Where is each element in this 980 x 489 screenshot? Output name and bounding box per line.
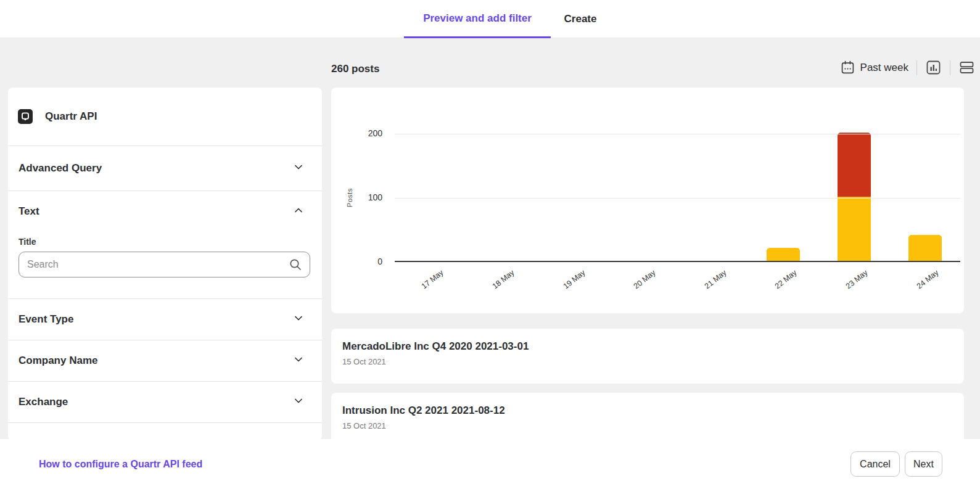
help-link[interactable]: How to configure a Quartr API feed [39, 459, 202, 470]
sidebar-section-country[interactable]: Country [8, 423, 322, 439]
bar-stack [767, 248, 800, 261]
chart-column[interactable]: 18 May [466, 134, 537, 261]
x-axis-tick-label: 17 May [420, 268, 445, 290]
post-list-item[interactable]: Intrusion Inc Q2 2021 2021-08-12 15 Oct … [331, 393, 964, 439]
post-date: 15 Oct 2021 [342, 421, 949, 430]
x-axis-tick-label: 22 May [773, 268, 799, 290]
date-range-label: Past week [860, 62, 908, 74]
x-axis-tick-label: 23 May [844, 268, 870, 290]
chart-view-button[interactable] [925, 59, 942, 76]
y-axis-tick-label: 100 [355, 192, 382, 202]
x-axis-tick-label: 21 May [703, 268, 728, 290]
chevron-down-icon [294, 313, 303, 326]
chart-columns: 17 May18 May19 May20 May21 May22 May23 M… [395, 134, 960, 261]
chevron-up-icon [294, 205, 303, 218]
text-section-body: Title [8, 232, 322, 299]
sidebar-section-exchange[interactable]: Exchange [8, 382, 322, 423]
tab-create[interactable]: Create [551, 0, 610, 38]
divider [950, 60, 950, 75]
quartr-logo-icon [18, 109, 33, 124]
post-list-item[interactable]: MercadoLibre Inc Q4 2020 2021-03-01 15 O… [331, 329, 964, 384]
feed-source-header: Quartr API [8, 88, 322, 146]
y-axis-tick-label: 0 [355, 257, 382, 266]
gridline [395, 134, 960, 134]
post-title: MercadoLibre Inc Q4 2020 2021-03-01 [342, 340, 949, 353]
bar-segment-posts-yellow[interactable] [908, 235, 942, 261]
chart-column[interactable]: 22 May [748, 134, 819, 261]
tab-preview-and-add-filter[interactable]: Preview and add filter [404, 0, 551, 38]
sidebar-section-event-type[interactable]: Event Type [8, 299, 322, 340]
post-title: Intrusion Inc Q2 2021 2021-08-12 [342, 405, 949, 417]
bar-stack [838, 133, 871, 261]
page: Preview and add filter Create 260 posts … [0, 0, 980, 489]
cancel-button[interactable]: Cancel [850, 451, 900, 477]
y-axis-tick-label: 200 [355, 128, 382, 138]
sidebar-section-company-name[interactable]: Company Name [8, 340, 322, 382]
next-button[interactable]: Next [905, 451, 942, 477]
title-search-input[interactable] [19, 252, 310, 277]
feed-source-title: Quartr API [45, 110, 97, 123]
sidebar-section-text[interactable]: Text [8, 191, 322, 232]
date-range-button[interactable]: Past week [841, 60, 908, 75]
chevron-down-icon [294, 355, 303, 367]
content-area: 260 posts Past week [0, 38, 980, 439]
chart-column[interactable]: 17 May [395, 134, 466, 261]
bar-segment-posts-yellow[interactable] [767, 248, 800, 261]
gridline [395, 198, 960, 199]
list-view-button[interactable] [958, 59, 975, 76]
chevron-down-icon [294, 396, 303, 408]
x-axis-tick-label: 18 May [491, 268, 516, 290]
posts-count: 260 posts [331, 63, 379, 75]
chart-plot-area: 17 May18 May19 May20 May21 May22 May23 M… [395, 134, 960, 262]
search-icon [289, 258, 302, 274]
title-field-label: Title [19, 237, 310, 247]
chart-column[interactable]: 21 May [678, 134, 749, 261]
toolbar: Past week [841, 59, 975, 76]
sidebar-section-advanced-query[interactable]: Advanced Query [8, 146, 322, 191]
bar-stack [908, 235, 942, 261]
chart-column[interactable]: 20 May [607, 134, 678, 261]
posts-chart-card: Posts 17 May18 May19 May20 May21 May22 M… [331, 88, 964, 313]
filter-sidebar: Quartr API Advanced Query Text Title [8, 88, 322, 439]
x-axis-tick-label: 19 May [561, 268, 587, 290]
footer: How to configure a Quartr API feed Cance… [0, 439, 980, 489]
x-axis-tick-label: 20 May [632, 268, 657, 290]
bar-segment-posts-yellow[interactable] [838, 197, 871, 261]
divider [916, 60, 917, 75]
tab-bar: Preview and add filter Create [0, 0, 980, 38]
y-axis-label: Posts [346, 188, 353, 207]
chart-column[interactable]: 19 May [536, 134, 607, 261]
x-axis-tick-label: 24 May [915, 268, 940, 290]
post-date: 15 Oct 2021 [342, 357, 949, 366]
calendar-icon [841, 60, 855, 75]
chart-column[interactable]: 24 May [889, 134, 960, 261]
bar-segment-posts-red[interactable] [838, 133, 871, 197]
chevron-down-icon [294, 162, 303, 175]
chart-column[interactable]: 23 May [819, 134, 890, 261]
